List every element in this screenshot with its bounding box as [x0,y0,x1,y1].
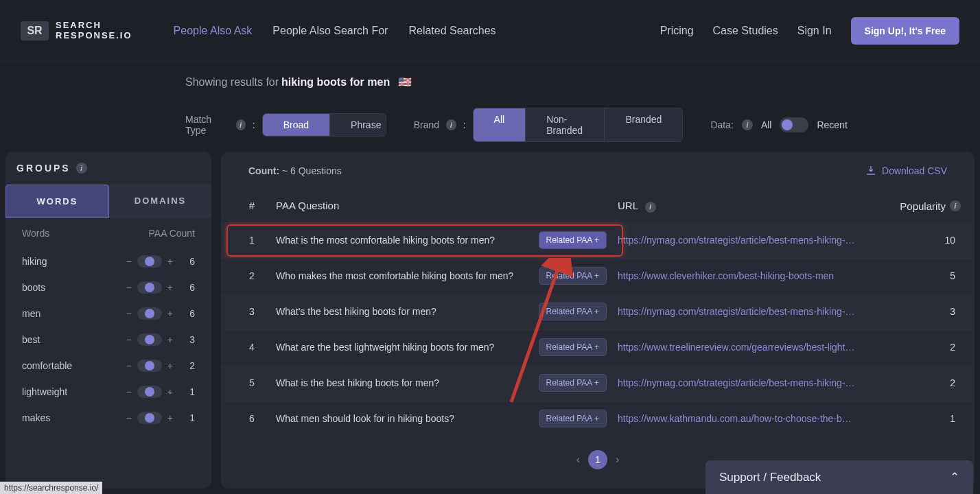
word-row: boots − + 6 [5,274,211,301]
minus-button[interactable]: − [126,334,132,345]
showing-query: hiking boots for men [281,76,390,88]
table-row: 1 What is the most comfortable hiking bo… [221,222,975,258]
logo-badge: SR [21,21,49,40]
word-toggle[interactable] [137,412,162,424]
match-phrase-button[interactable]: Phrase [330,114,386,136]
sidebar: GROUPS i WORDS DOMAINS Words PAA Count h… [5,152,211,489]
brand-all-button[interactable]: All [474,108,526,141]
table-header: # PAA Question URL i Popularity i [221,190,975,222]
word-toggle[interactable] [137,386,162,398]
minus-button[interactable]: − [126,308,132,319]
word-toggle[interactable] [137,360,162,372]
info-icon[interactable]: i [76,163,87,174]
plus-button[interactable]: + [167,256,173,267]
plus-button[interactable]: + [167,386,173,397]
logo[interactable]: SR SEARCH RESPONSE.IO [21,21,132,40]
info-icon[interactable]: i [645,202,656,213]
info-icon[interactable]: i [446,119,456,130]
nav-people-also-ask[interactable]: People Also Ask [174,25,253,37]
cell-url[interactable]: https://www.cleverhiker.com/best-hiking-… [618,270,885,281]
word-row: comfortable − + 2 [5,353,211,379]
table-row: 5 What is the best hiking boots for men?… [221,365,975,401]
flag-icon: 🇺🇸 [398,75,412,89]
cell-popularity: 10 [885,235,961,246]
page-number[interactable]: 1 [588,450,607,469]
nav-pricing[interactable]: Pricing [660,25,694,37]
nav-related-searches[interactable]: Related Searches [408,25,495,37]
feedback-label: Support / Feedback [719,471,821,484]
feedback-button[interactable]: Support / Feedback ⌃ [705,460,973,494]
cell-question: What is the most comfortable hiking boot… [269,231,618,249]
cell-question: Who makes the most comfortable hiking bo… [269,267,618,285]
related-paa-button[interactable]: Related PAA + [539,231,607,249]
minus-button[interactable]: − [126,360,132,371]
info-icon[interactable]: i [236,119,246,130]
minus-button[interactable]: − [126,256,132,267]
plus-button[interactable]: + [167,282,173,293]
question-text: What are the best lightweight hiking boo… [276,342,494,353]
plus-button[interactable]: + [167,360,173,371]
word-row: makes − + 1 [5,405,211,431]
col-question: PAA Question [269,200,618,213]
match-type-label: Match Type [185,114,229,136]
word-list: hiking − + 6 boots − + 6 men − + 6 best … [5,248,211,431]
table-row: 4 What are the best lightweight hiking b… [221,329,975,365]
nav-case-studies[interactable]: Case Studies [713,25,778,37]
page-prev-button[interactable]: ‹ [576,454,580,466]
word-row: men − + 6 [5,301,211,327]
word-toggle[interactable] [137,333,162,346]
table: # PAA Question URL i Popularity i 1 What… [221,190,975,436]
content: Count: ~ 6 Questions Download CSV # PAA … [221,152,975,489]
table-row: 3 What's the best hiking boots for men? … [221,294,975,329]
plus-button[interactable]: + [167,412,173,423]
cell-num: 3 [235,306,269,317]
related-paa-button[interactable]: Related PAA + [539,338,607,356]
related-paa-button[interactable]: Related PAA + [539,374,607,392]
nav-people-also-search-for[interactable]: People Also Search For [272,25,388,37]
col-popularity: Popularity i [885,200,961,213]
cell-question: What's the best hiking boots for men? Re… [269,303,618,320]
cell-url[interactable]: https://www.kathmandu.com.au/how-to-choo… [618,413,885,424]
plus-button[interactable]: + [167,334,173,345]
cell-question: What is the best hiking boots for men? R… [269,374,618,392]
cell-url[interactable]: https://nymag.com/strategist/article/bes… [618,377,885,388]
info-icon[interactable]: i [950,200,961,211]
match-broad-button[interactable]: Broad [263,114,330,136]
page-next-button[interactable]: › [616,454,619,466]
related-paa-button[interactable]: Related PAA + [539,303,607,320]
cell-url[interactable]: https://nymag.com/strategist/article/bes… [618,235,885,246]
content-top: Count: ~ 6 Questions Download CSV [221,152,975,190]
related-paa-button[interactable]: Related PAA + [539,267,607,285]
minus-button[interactable]: − [126,282,132,293]
table-body: 1 What is the most comfortable hiking bo… [221,222,975,436]
sidebar-header: GROUPS i [5,152,211,185]
info-icon[interactable]: i [742,119,753,130]
minus-button[interactable]: − [126,412,132,423]
word-toggle[interactable] [137,255,162,268]
plus-button[interactable]: + [167,308,173,319]
word-toggle[interactable] [137,281,162,294]
nav-sign-in[interactable]: Sign In [797,25,832,37]
tab-domains[interactable]: DOMAINS [109,185,211,218]
brand-nonbranded-button[interactable]: Non-Branded [526,108,605,141]
word-text: makes [22,412,126,423]
cell-popularity: 2 [885,377,961,388]
data-toggle[interactable] [780,117,808,132]
word-toggle[interactable] [137,307,162,320]
minus-button[interactable]: − [126,386,132,397]
col-paa-count: PAA Count [149,228,195,239]
nav-main: People Also Ask People Also Search For R… [174,25,496,37]
question-text: What men should look for in hiking boots… [276,413,454,424]
brand-branded-button[interactable]: Branded [605,108,682,141]
related-paa-button[interactable]: Related PAA + [539,410,607,427]
signup-button[interactable]: Sign Up!, It's Free [851,17,959,45]
cell-url[interactable]: https://nymag.com/strategist/article/bes… [618,306,885,317]
word-text: boots [22,282,126,293]
col-words: Words [22,228,49,239]
cell-url[interactable]: https://www.treelinereview.com/gearrevie… [618,342,885,353]
download-csv-button[interactable]: Download CSV [865,165,947,176]
data-toggle-group: Data: i All Recent [710,117,847,132]
chevron-up-icon: ⌃ [950,470,959,484]
tab-words[interactable]: WORDS [5,185,109,218]
groups-label: GROUPS [16,163,71,174]
